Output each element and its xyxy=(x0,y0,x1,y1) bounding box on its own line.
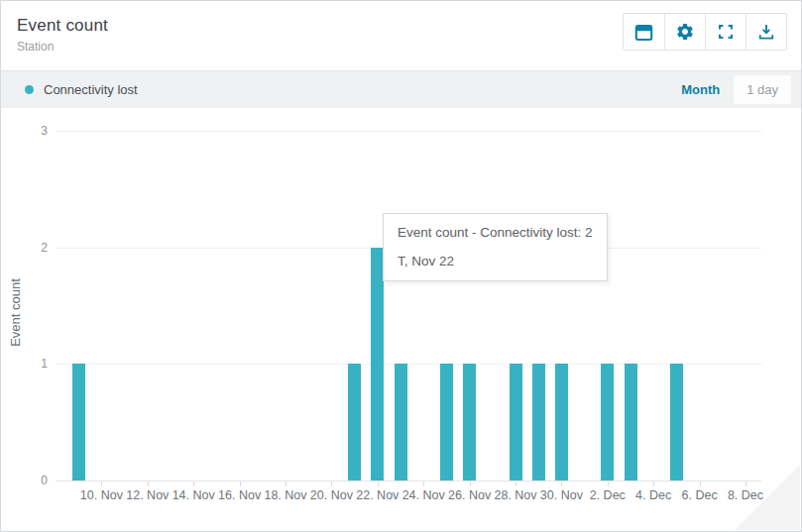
bar[interactable] xyxy=(555,364,568,480)
x-tick-mark xyxy=(470,481,471,486)
range-controls: Month 1 day xyxy=(681,75,791,104)
download-icon xyxy=(756,22,776,42)
y-gridline xyxy=(56,131,761,132)
x-tick-mark xyxy=(101,481,102,486)
bar[interactable] xyxy=(463,364,476,480)
x-axis-line xyxy=(56,480,761,481)
y-tick-label: 2 xyxy=(1,241,48,255)
range-1day-button[interactable]: 1 day xyxy=(734,75,791,104)
x-tick-mark xyxy=(561,481,562,486)
legend-item-connectivity-lost[interactable]: Connectivity lost xyxy=(25,82,138,97)
y-tick-label: 3 xyxy=(1,124,48,138)
tooltip-date-line: T, Nov 22 xyxy=(398,254,593,268)
bar[interactable] xyxy=(348,364,361,480)
bar[interactable] xyxy=(625,364,637,480)
event-count-widget: Event count Station xyxy=(0,0,802,532)
x-tick-mark xyxy=(608,481,609,486)
bar[interactable] xyxy=(670,364,683,480)
bar[interactable] xyxy=(395,364,407,480)
legend-label: Connectivity lost xyxy=(44,82,138,97)
x-tick-mark xyxy=(286,481,286,486)
y-gridline xyxy=(56,364,761,365)
fullscreen-button[interactable] xyxy=(705,14,745,50)
bar[interactable] xyxy=(371,248,384,480)
x-tick-mark xyxy=(653,481,654,486)
x-tick-mark xyxy=(423,481,424,486)
chart-tooltip: Event count - Connectivity lost: 2 T, No… xyxy=(383,213,608,281)
resize-handle[interactable] xyxy=(735,465,800,530)
x-tick-mark xyxy=(516,481,516,486)
header: Event count Station xyxy=(1,1,801,70)
settings-button[interactable] xyxy=(664,14,705,50)
legend-bar: Connectivity lost Month 1 day xyxy=(1,70,801,108)
calendar-button[interactable] xyxy=(624,14,664,50)
x-tick-mark xyxy=(700,481,701,486)
bar[interactable] xyxy=(532,364,545,480)
tooltip-value-line: Event count - Connectivity lost: 2 xyxy=(398,225,593,240)
chart-area: Event count 012310. Nov12. Nov14. Nov16.… xyxy=(1,108,801,532)
x-tick-mark xyxy=(240,481,241,486)
bar[interactable] xyxy=(72,364,85,480)
x-tick-mark xyxy=(193,481,194,486)
bar[interactable] xyxy=(510,364,522,480)
chart-toolbar xyxy=(623,13,787,51)
range-month-button[interactable]: Month xyxy=(681,82,720,97)
x-tick-mark xyxy=(331,481,332,486)
bar[interactable] xyxy=(440,364,453,480)
calendar-icon xyxy=(633,22,654,43)
fullscreen-icon xyxy=(717,23,735,41)
y-tick-label: 0 xyxy=(1,474,48,487)
download-button[interactable] xyxy=(745,14,786,50)
y-axis-title: Event count xyxy=(8,264,23,363)
y-tick-label: 1 xyxy=(1,357,48,371)
bar[interactable] xyxy=(601,364,614,480)
gear-icon xyxy=(675,22,695,42)
x-tick-mark xyxy=(148,481,149,486)
x-tick-mark xyxy=(378,481,379,486)
legend-dot-icon xyxy=(25,85,34,94)
